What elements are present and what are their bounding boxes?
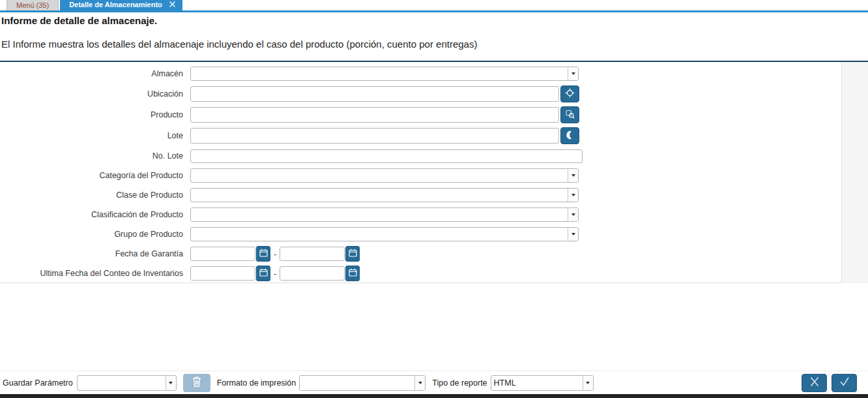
tab-menu[interactable]: Menú (35) <box>7 0 59 10</box>
almacen-label: Almacén <box>0 69 190 78</box>
print-format-combobox[interactable] <box>299 375 426 391</box>
ultima-fecha-to-group <box>280 266 360 281</box>
chevron-down-icon[interactable] <box>568 228 578 241</box>
report-description: El Informe muestra los detalles del alma… <box>1 38 868 50</box>
print-format-label: Formato de impresión <box>217 378 297 388</box>
save-parameter-combobox[interactable] <box>77 375 177 391</box>
report-parameter-screen: Menú (35) Detalle de Almacenamiento Info… <box>0 0 868 398</box>
parameter-panel: Almacén Ubicación <box>0 62 842 283</box>
calendar-icon <box>259 268 268 279</box>
lot-picker-button[interactable] <box>560 127 579 144</box>
ultima-fecha-conteo-label: Ultima Fecha del Conteo de Inventarios <box>0 269 190 278</box>
date-range-separator: - <box>274 269 276 279</box>
crosshair-icon <box>565 88 575 100</box>
field-row-almacen: Almacén <box>0 64 841 84</box>
categoria-producto-value <box>191 169 568 182</box>
fecha-garantia-from-input[interactable] <box>190 247 255 261</box>
no-lote-input[interactable] <box>190 149 583 163</box>
grupo-producto-combobox[interactable] <box>190 227 579 241</box>
tab-bar: Menú (35) Detalle de Almacenamiento <box>0 0 868 12</box>
calendar-icon <box>259 249 268 259</box>
lot-crescent-icon <box>566 130 574 142</box>
ok-button[interactable] <box>832 374 857 392</box>
field-row-producto: Producto <box>0 104 841 125</box>
no-lote-label: No. Lote <box>0 151 190 161</box>
clasificacion-producto-label: Clasificación de Producto <box>0 210 190 219</box>
chevron-down-icon[interactable] <box>166 376 176 390</box>
fecha-garantia-from-calendar-button[interactable] <box>256 246 270 262</box>
producto-label: Producto <box>0 110 190 119</box>
calendar-icon <box>349 268 357 279</box>
categoria-producto-combobox[interactable] <box>190 168 579 183</box>
field-row-lote: Lote <box>0 125 841 146</box>
clasificacion-producto-combobox[interactable] <box>190 207 579 222</box>
chevron-down-icon[interactable] <box>568 67 578 80</box>
field-row-no-lote: No. Lote <box>0 146 841 166</box>
clasificacion-producto-value <box>191 208 568 221</box>
ultima-fecha-to-input[interactable] <box>280 266 345 281</box>
lote-label: Lote <box>0 131 190 140</box>
field-row-grupo-producto: Grupo de Producto <box>0 224 841 244</box>
process-footer-toolbar: Guardar Parámetro Formato de impresión T… <box>0 371 868 394</box>
chevron-down-icon[interactable] <box>568 169 578 182</box>
calendar-icon <box>349 249 357 259</box>
delete-saved-parameter-button[interactable] <box>183 374 210 392</box>
window-bottom-bar <box>0 394 868 398</box>
fecha-garantia-to-group <box>280 246 360 262</box>
chevron-down-icon[interactable] <box>568 208 578 221</box>
field-row-fecha-garantia: Fecha de Garantía - <box>0 244 841 264</box>
tab-detalle-almacenamiento[interactable]: Detalle de Almacenamiento <box>60 0 182 10</box>
grupo-producto-value <box>191 228 568 241</box>
cancel-button[interactable] <box>802 374 827 392</box>
clase-producto-value <box>191 189 568 202</box>
almacen-combobox-value <box>191 67 568 80</box>
fecha-garantia-from-group <box>190 246 270 262</box>
fecha-garantia-label: Fecha de Garantía <box>0 249 190 258</box>
product-search-button[interactable] <box>560 106 579 123</box>
field-row-ubicacion: Ubicación <box>0 84 841 104</box>
clase-producto-combobox[interactable] <box>190 188 579 202</box>
grupo-producto-label: Grupo de Producto <box>0 230 190 239</box>
field-row-clasificacion-producto: Clasificación de Producto <box>0 205 841 224</box>
report-type-value: HTML <box>491 376 583 390</box>
ultima-fecha-to-calendar-button[interactable] <box>345 266 360 281</box>
chevron-down-icon[interactable] <box>568 189 578 202</box>
print-format-value <box>300 376 414 390</box>
close-tab-icon[interactable] <box>167 0 178 10</box>
location-picker-button[interactable] <box>560 85 579 102</box>
date-range-separator: - <box>274 249 276 259</box>
ultima-fecha-from-group <box>190 266 270 281</box>
chevron-down-icon[interactable] <box>583 376 593 390</box>
tab-active-label: Detalle de Almacenamiento <box>69 1 162 8</box>
lote-input[interactable] <box>190 128 559 144</box>
cancel-x-icon <box>808 376 821 389</box>
parameter-panel-region: Almacén Ubicación <box>0 62 868 283</box>
fecha-garantia-to-input[interactable] <box>280 247 345 261</box>
report-header: Informe de detalle de almacenaje. El Inf… <box>0 12 868 50</box>
trash-icon <box>192 376 202 390</box>
report-type-combobox[interactable]: HTML <box>491 375 594 391</box>
almacen-combobox[interactable] <box>190 67 579 81</box>
fecha-garantia-to-calendar-button[interactable] <box>345 246 360 262</box>
report-title: Informe de detalle de almacenaje. <box>1 15 868 27</box>
categoria-producto-label: Categoría del Producto <box>0 171 190 180</box>
product-search-icon <box>566 110 575 121</box>
check-icon <box>838 376 851 389</box>
field-row-clase-producto: Clase de Producto <box>0 185 841 205</box>
producto-input[interactable] <box>190 107 559 123</box>
tab-menu-label: Menú (35) <box>16 1 49 9</box>
save-parameter-value <box>78 376 166 390</box>
ubicacion-input[interactable] <box>190 86 559 102</box>
ubicacion-label: Ubicación <box>0 89 190 99</box>
field-row-categoria-producto: Categoría del Producto <box>0 166 841 185</box>
field-row-ultima-fecha-conteo: Ultima Fecha del Conteo de Inventarios <box>0 264 841 283</box>
save-parameter-label: Guardar Parámetro <box>3 378 73 388</box>
ultima-fecha-from-calendar-button[interactable] <box>256 266 270 281</box>
clase-producto-label: Clase de Producto <box>0 191 190 200</box>
chevron-down-icon[interactable] <box>414 376 425 390</box>
report-type-label: Tipo de reporte <box>432 378 487 388</box>
ultima-fecha-from-input[interactable] <box>190 266 255 281</box>
